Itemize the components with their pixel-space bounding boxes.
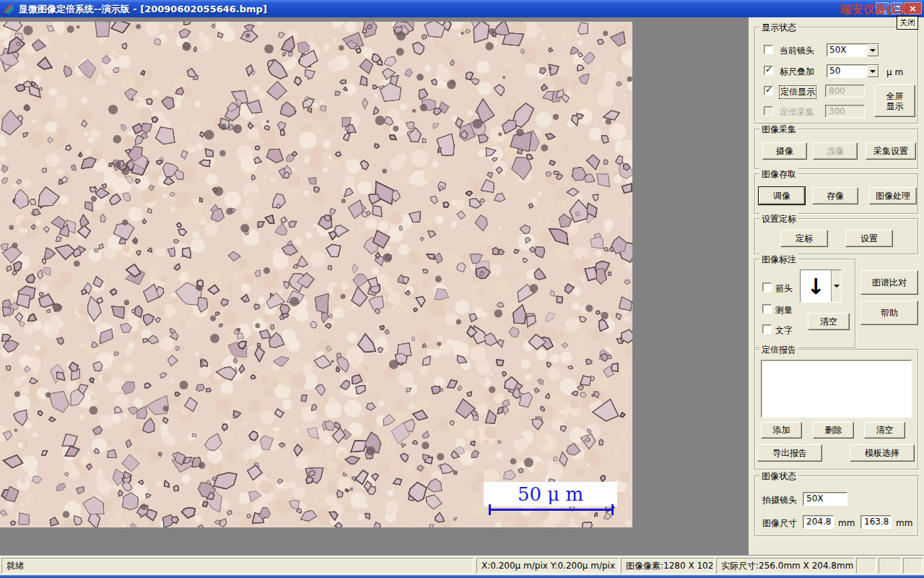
current-lens-value: 50X — [827, 44, 867, 56]
measure-checkbox[interactable] — [762, 304, 772, 314]
scale-bar-line — [489, 509, 614, 511]
chevron-down-icon — [870, 49, 876, 55]
control-panel: 显示状态 当前镜头 50X ✓ 标尺叠加 50 μ m ✓ 定倍显示 800 — [749, 17, 924, 555]
fixed-capture-input: 300 — [825, 105, 865, 118]
window-bottom-border — [0, 575, 924, 578]
group-annotation-legend: 图像标注 — [759, 254, 798, 266]
capture-lens-value: 50X — [803, 492, 847, 506]
settings-button[interactable]: 设置 — [845, 230, 893, 247]
current-lens-dropdown-button[interactable] — [867, 44, 879, 56]
close-tooltip: 关闭 — [897, 16, 918, 30]
viewer-area: 50 μ m 显示状态 当前镜头 50X ✓ 标尺叠加 50 — [0, 17, 924, 555]
scale-bar-label-box: 50 μ m — [484, 482, 617, 506]
fullscreen-button-line1: 全屏 — [886, 91, 904, 101]
fixed-display-label: 定倍显示 — [779, 85, 816, 99]
group-report: 定倍报告 添加 删除 清空 导出报告 模板选择 — [754, 349, 918, 470]
app-window: 显微图像定倍系统--演示版 - [20090602055646.bmp] 瑞安仪… — [0, 0, 924, 578]
fixed-display-checkbox[interactable]: ✓ — [764, 86, 773, 95]
export-report-button[interactable]: 导出报告 — [757, 444, 822, 462]
ruler-unit-label: μ m — [886, 67, 903, 77]
capture-settings-button[interactable]: 采集设置 — [866, 142, 916, 160]
report-list[interactable] — [761, 360, 912, 418]
group-calibration-legend: 设置定标 — [759, 213, 798, 225]
window-title: 显微图像定倍系统--演示版 - [20090602055646.bmp] — [19, 3, 267, 16]
capture-button[interactable]: 摄像 — [762, 142, 807, 160]
status-bar: 就绪 X:0.200μ m/pix Y:0.200μ m/pix 图像像素:12… — [0, 555, 924, 575]
ruler-value-combo[interactable]: 50 — [827, 64, 879, 78]
group-image-storage-legend: 图像存取 — [759, 168, 798, 181]
save-image-button[interactable]: 存像 — [812, 187, 858, 204]
scale-bar-tick-left — [489, 504, 491, 515]
status-spare-2 — [879, 558, 901, 574]
image-process-button[interactable]: 图像处理 — [869, 187, 917, 204]
fullscreen-button[interactable]: 全屏 显示 — [874, 85, 915, 117]
image-height-value: 163.8 — [860, 515, 892, 529]
arrow-label: 箭头 — [775, 282, 793, 295]
help-button[interactable]: 帮助 — [860, 301, 918, 325]
group-report-legend: 定倍报告 — [759, 344, 798, 356]
status-spare-1 — [856, 558, 876, 574]
close-icon: × — [909, 3, 917, 14]
group-display-status: 显示状态 当前镜头 50X ✓ 标尺叠加 50 μ m ✓ 定倍显示 800 — [754, 27, 918, 124]
status-pixel-scale: X:0.200μ m/pix Y:0.200μ m/pix — [476, 558, 619, 574]
current-lens-label: 当前镜头 — [780, 45, 814, 57]
check-icon: ✓ — [765, 85, 772, 95]
current-lens-combo[interactable]: 50X — [827, 43, 879, 57]
group-image-capture: 图像采集 摄像 冻像 采集设置 — [754, 129, 918, 169]
fixed-display-input: 800 — [825, 85, 865, 98]
scale-bar-text: 50 μ m — [518, 483, 583, 505]
load-image-button[interactable]: 调像 — [759, 187, 805, 204]
ruler-overlay-label: 标尺叠加 — [780, 66, 814, 78]
text-label: 文字 — [775, 324, 793, 337]
group-image-status-legend: 图像状态 — [759, 470, 798, 483]
width-unit-label: mm — [838, 518, 855, 528]
arrow-style-combo[interactable]: ↓ — [800, 269, 842, 303]
group-image-capture-legend: 图像采集 — [759, 124, 798, 136]
micrograph-image[interactable] — [0, 22, 632, 527]
group-calibration: 设置定标 定标 设置 — [754, 218, 918, 254]
status-image-pixels: 图像像素:1280 X 1024 — [621, 558, 715, 574]
report-add-button[interactable]: 添加 — [761, 422, 802, 439]
capture-lens-label: 拍摄镜头 — [762, 494, 797, 506]
image-width-value: 204.8 — [803, 515, 834, 529]
arrow-style-dropdown-button[interactable] — [831, 270, 841, 302]
chevron-down-icon — [834, 285, 840, 290]
atlas-compare-button[interactable]: 图谱比对 — [860, 270, 918, 295]
report-clear-button[interactable]: 清空 — [864, 422, 905, 439]
chevron-down-icon — [870, 70, 876, 76]
group-image-status: 图像状态 拍摄镜头 50X 图像尺寸 204.8 mm 163.8 mm — [754, 475, 918, 536]
arrow-down-icon: ↓ — [801, 270, 831, 302]
scale-bar-tick-right — [611, 504, 614, 515]
title-bar[interactable]: 显微图像定倍系统--演示版 - [20090602055646.bmp] 瑞安仪… — [0, 0, 924, 17]
group-annotation: 图像标注 箭头 ↓ 测量 清空 文字 — [754, 259, 855, 348]
group-display-status-legend: 显示状态 — [759, 22, 798, 34]
measure-label: 测量 — [775, 304, 793, 316]
ruler-dropdown-button[interactable] — [867, 65, 879, 77]
app-icon — [3, 3, 14, 14]
check-icon: ✓ — [765, 64, 772, 74]
status-spare-3 — [903, 558, 923, 574]
ruler-overlay-checkbox[interactable]: ✓ — [764, 66, 773, 75]
template-select-button[interactable]: 模板选择 — [850, 444, 915, 462]
report-delete-button[interactable]: 删除 — [813, 422, 854, 439]
text-checkbox[interactable] — [762, 324, 772, 334]
calibrate-button[interactable]: 定标 — [780, 230, 828, 247]
freeze-button: 冻像 — [813, 142, 858, 160]
arrow-checkbox[interactable] — [762, 282, 772, 292]
brand-text: 瑞安仪器仪表 — [840, 3, 910, 17]
ruler-value: 50 — [827, 65, 867, 77]
fixed-capture-checkbox — [764, 106, 773, 116]
clear-annotation-button[interactable]: 清空 — [808, 313, 850, 330]
group-image-storage: 图像存取 调像 存像 图像处理 — [754, 173, 918, 214]
current-lens-checkbox[interactable] — [764, 45, 773, 54]
image-size-label: 图像尺寸 — [762, 517, 797, 530]
height-unit-label: mm — [896, 518, 912, 528]
fullscreen-button-line2: 显示 — [886, 101, 904, 111]
fixed-capture-label: 定倍采集 — [780, 106, 814, 118]
status-actual-size: 实际尺寸:256.0mm X 204.8mm — [716, 558, 854, 574]
status-ready: 就绪 — [1, 558, 474, 574]
